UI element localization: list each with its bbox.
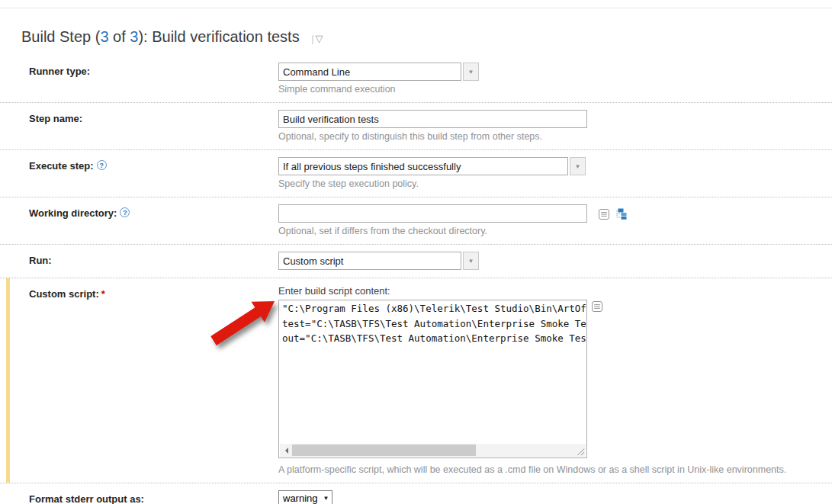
run-input[interactable]: [278, 252, 461, 270]
format-stderr-row: Format stderr output as: warning ▼ Speci…: [0, 483, 832, 504]
runner-type-combobox: ▼: [278, 63, 479, 81]
title-step-total: 3: [130, 28, 138, 45]
step-name-input[interactable]: [278, 110, 587, 128]
horizontal-scrollbar[interactable]: [280, 444, 586, 457]
working-directory-row: Working directory:? Optional, set if dif…: [0, 197, 832, 245]
run-row: Run: ▼: [0, 245, 832, 278]
step-name-label: Step name:: [29, 110, 278, 142]
title-text-1: Build Step (: [21, 28, 100, 45]
help-icon[interactable]: ?: [120, 207, 130, 217]
working-directory-label: Working directory:: [29, 207, 117, 219]
title-menu-separator: |: [311, 33, 313, 44]
runner-type-note: Simple command execution: [278, 84, 832, 95]
format-stderr-label: Format stderr output as:: [29, 490, 278, 504]
working-directory-input[interactable]: [278, 204, 587, 223]
execute-step-combobox: ▼: [278, 157, 586, 175]
title-text-2: of: [109, 28, 130, 45]
run-dropdown-button[interactable]: ▼: [463, 252, 479, 270]
scroll-left-arrow-icon[interactable]: [280, 444, 292, 457]
execute-step-row: Execute step:? ▼ Specify the step execut…: [0, 150, 832, 197]
custom-script-label: Custom script:: [29, 288, 99, 300]
scrollbar-thumb[interactable]: [292, 445, 476, 456]
title-text-3: ): Build verification tests: [138, 28, 299, 45]
runner-type-dropdown-button[interactable]: ▼: [463, 63, 479, 81]
resize-grip-icon[interactable]: [577, 448, 585, 456]
runner-type-row: Runner type: ▼ Simple command execution: [0, 56, 832, 103]
parameters-icon[interactable]: [592, 301, 602, 312]
dropdown-arrow-icon: ▼: [468, 258, 474, 265]
dropdown-arrow-icon: ▼: [468, 69, 474, 75]
script-textarea[interactable]: "C:\Program Files (x86)\Telerik\Test Stu…: [279, 300, 586, 445]
run-label: Run:: [29, 252, 278, 270]
script-editor: "C:\Program Files (x86)\Telerik\Test Stu…: [278, 300, 587, 458]
title-step-number: 3: [100, 28, 108, 45]
working-directory-note: Optional, set if differs from the checko…: [278, 226, 832, 236]
custom-script-row: Custom script:* Enter build script conte…: [0, 278, 832, 483]
script-editor-label: Enter build script content:: [278, 285, 832, 297]
page-title: Build Step (3 of 3): Build verification …: [0, 8, 832, 56]
step-name-row: Step name: Optional, specify to distingu…: [0, 103, 832, 150]
runner-type-input[interactable]: [278, 63, 461, 81]
execute-step-note: Specify the step execution policy.: [278, 178, 832, 189]
execute-step-input[interactable]: [278, 157, 568, 175]
run-combobox: ▼: [278, 252, 479, 270]
select-caret-icon: ▼: [323, 495, 329, 502]
custom-script-note: A platform-specific script, which will b…: [278, 464, 832, 475]
execute-step-dropdown-button[interactable]: ▼: [570, 157, 586, 175]
execute-step-label: Execute step:: [29, 160, 94, 172]
stderr-format-select[interactable]: warning ▼: [278, 490, 332, 504]
stderr-format-value: warning: [283, 493, 318, 504]
help-icon[interactable]: ?: [97, 160, 107, 170]
parameters-icon[interactable]: [599, 209, 609, 220]
step-name-note: Optional, specify to distinguish this bu…: [278, 131, 832, 142]
dropdown-arrow-icon: ▼: [575, 163, 581, 170]
top-divider: [0, 0, 832, 8]
step-menu-toggle[interactable]: |▽: [311, 33, 323, 44]
browse-tree-icon[interactable]: [615, 208, 627, 220]
required-asterisk: *: [101, 288, 105, 300]
runner-type-label: Runner type:: [29, 63, 278, 95]
chevron-down-icon: ▽: [316, 33, 323, 44]
